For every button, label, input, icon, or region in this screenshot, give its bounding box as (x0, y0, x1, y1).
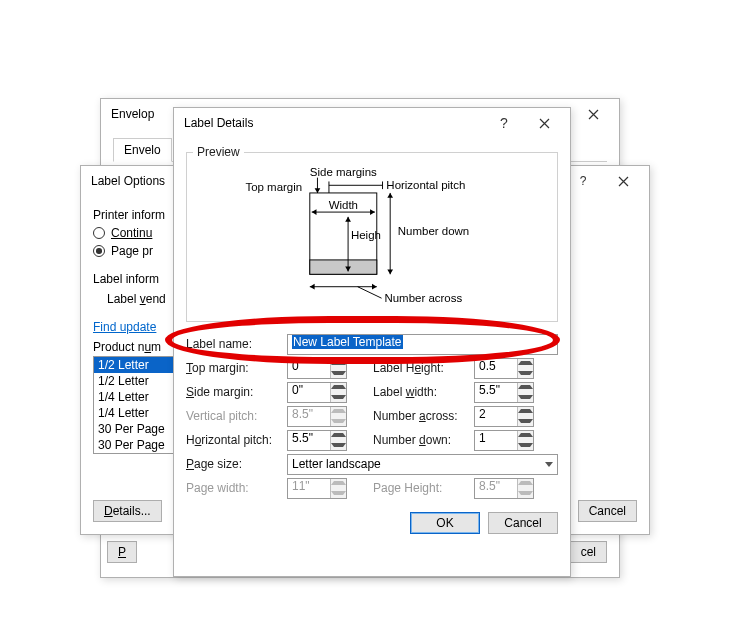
label-diagram: Side margins Top margin Horizontal pitch… (195, 161, 549, 311)
page-width-input: 11" (287, 478, 347, 499)
number-down-input[interactable]: 1 (474, 430, 534, 451)
svg-text:Top margin: Top margin (245, 181, 302, 193)
cel-button[interactable]: cel (570, 541, 607, 563)
help-icon[interactable]: ? (484, 109, 524, 137)
svg-marker-20 (387, 269, 393, 274)
page-height-label: Page Height: (373, 481, 468, 495)
number-across-label: Number across: (373, 409, 468, 423)
top-margin-input[interactable]: 0 (287, 358, 347, 379)
svg-text:Number down: Number down (398, 225, 469, 237)
list-item[interactable]: 1/2 Letter (94, 357, 178, 373)
product-number-listbox[interactable]: 1/2 Letter 1/2 Letter 1/4 Letter 1/4 Let… (93, 356, 179, 454)
preview-legend: Preview (193, 145, 244, 159)
label-width-label: Label width: (373, 385, 468, 399)
list-item[interactable]: 1/4 Letter (94, 389, 178, 405)
cancel-button[interactable]: Cancel (578, 500, 637, 522)
preview-groupbox: Preview Side margins Top margin Horizont… (186, 152, 558, 322)
label-name-label: Label name: (186, 337, 281, 351)
svg-text:Horizontal pitch: Horizontal pitch (386, 179, 465, 191)
svg-text:Side margins: Side margins (310, 166, 377, 178)
list-item[interactable]: 30 Per Page (94, 421, 178, 437)
svg-text:Number across: Number across (384, 292, 462, 304)
cancel-button[interactable]: Cancel (488, 512, 558, 534)
number-across-input[interactable]: 2 (474, 406, 534, 427)
close-icon[interactable] (524, 109, 564, 137)
svg-marker-24 (372, 284, 377, 290)
page-size-label: Page size: (186, 457, 281, 471)
page-width-label: Page width: (186, 481, 281, 495)
p-button[interactable]: P (107, 541, 137, 563)
svg-marker-23 (310, 284, 315, 290)
svg-rect-1 (310, 260, 377, 274)
list-item[interactable]: 1/4 Letter (94, 405, 178, 421)
page-height-input: 8.5" (474, 478, 534, 499)
details-title: Label Details (184, 116, 484, 130)
top-margin-label: Top margin: (186, 361, 281, 375)
svg-marker-19 (387, 193, 393, 198)
details-button[interactable]: Details... (93, 500, 162, 522)
label-width-input[interactable]: 5.5" (474, 382, 534, 403)
svg-text:Heigh: Heigh (351, 229, 381, 241)
label-height-input[interactable]: 0.5 (474, 358, 534, 379)
close-icon[interactable] (573, 100, 613, 128)
close-icon[interactable] (603, 167, 643, 195)
svg-text:Width: Width (329, 199, 358, 211)
details-titlebar: Label Details ? (174, 108, 570, 138)
number-down-label: Number down: (373, 433, 468, 447)
label-details-dialog: Label Details ? Preview Side margins Top… (173, 107, 571, 577)
vertical-pitch-input: 8.5" (287, 406, 347, 427)
side-margin-input[interactable]: 0" (287, 382, 347, 403)
vertical-pitch-label: Vertical pitch: (186, 409, 281, 423)
tab-envelopes[interactable]: Envelo (113, 138, 172, 162)
page-size-combo[interactable]: Letter landscape (287, 454, 558, 475)
ok-button[interactable]: OK (410, 512, 480, 534)
side-margin-label: Side margin: (186, 385, 281, 399)
list-item[interactable]: 1/2 Letter (94, 373, 178, 389)
svg-line-25 (358, 287, 382, 298)
list-item[interactable]: 30 Per Page (94, 437, 178, 453)
horizontal-pitch-input[interactable]: 5.5" (287, 430, 347, 451)
label-name-input[interactable]: New Label Template (287, 334, 558, 355)
svg-marker-5 (315, 188, 321, 193)
label-height-label: Label Height: (373, 361, 468, 375)
horizontal-pitch-label: Horizontal pitch: (186, 433, 281, 447)
